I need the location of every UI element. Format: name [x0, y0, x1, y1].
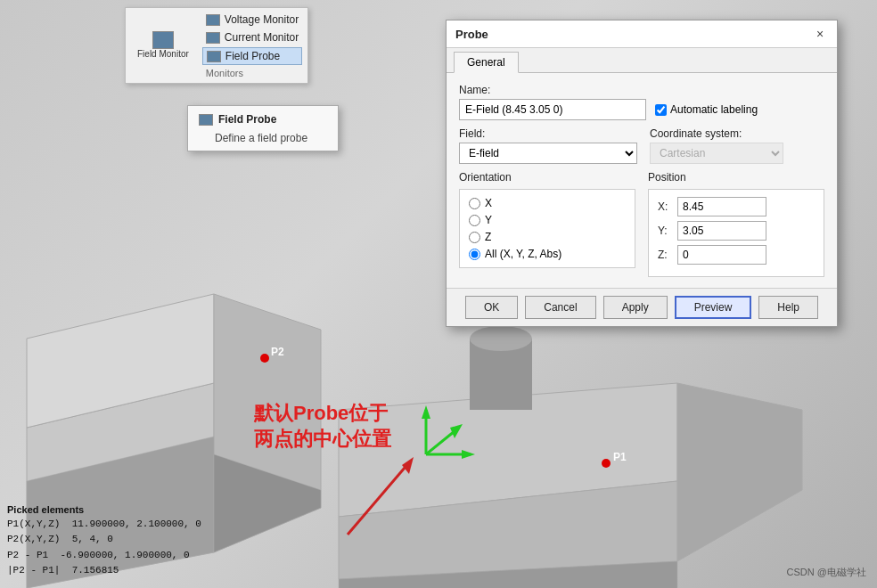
annotation-line1: 默认Probe位于 [254, 401, 391, 427]
field-label: Field: [459, 127, 637, 140]
radio-y-row[interactable]: Y [469, 214, 626, 226]
monitor-menu-items: Voltage Monitor Current Monitor Field Pr… [199, 12, 302, 79]
position-label: Position [648, 171, 824, 184]
pos-y-input[interactable] [677, 221, 766, 241]
picked-row-dist: |P2 - P1| 7.156815 [7, 563, 201, 579]
field-coord-row: Field: E-field Coordinate system: Cartes… [459, 127, 824, 164]
field-group: Field: E-field [459, 127, 637, 164]
name-label: Name: [459, 84, 824, 96]
auto-label-checkbox[interactable] [655, 104, 667, 116]
picked-p2-value: 5, 4, 0 [72, 534, 113, 544]
cancel-button[interactable]: Cancel [525, 296, 595, 319]
pos-z-row: Z: [658, 245, 815, 265]
orientation-position-row: Orientation X Y Z [459, 171, 824, 277]
orientation-col: Orientation X Y Z [459, 171, 635, 277]
field-probe-item[interactable]: Field Probe [202, 47, 302, 65]
coord-group: Coordinate system: Cartesian [650, 127, 783, 164]
pos-y-label: Y: [658, 225, 672, 237]
svg-point-14 [260, 354, 269, 363]
monitors-label: Monitors [202, 67, 302, 79]
svg-text:P1: P1 [613, 451, 627, 463]
dialog-close-button[interactable]: × [812, 26, 828, 42]
voltage-monitor-item[interactable]: Voltage Monitor [202, 12, 302, 28]
dropdown-define-label: Define a field probe [215, 132, 307, 144]
radio-x[interactable] [469, 198, 480, 209]
pos-y-row: Y: [658, 221, 815, 241]
radio-all-label: All (X, Y, Z, Abs) [485, 248, 561, 260]
voltage-monitor-label: Voltage Monitor [225, 13, 299, 26]
name-field-group: Name: Automatic labeling [459, 84, 824, 120]
picked-p1-label: P1(X,Y,Z) [7, 519, 60, 529]
radio-y[interactable] [469, 215, 480, 226]
dropdown-field-probe-label: Field Probe [218, 113, 276, 126]
pos-z-label: Z: [658, 249, 672, 261]
apply-button[interactable]: Apply [603, 296, 668, 319]
help-button[interactable]: Help [758, 296, 818, 319]
field-probe-label: Field Probe [225, 50, 280, 62]
auto-label-text: Automatic labeling [670, 103, 758, 116]
dialog-title: Probe [455, 28, 488, 41]
svg-point-16 [602, 459, 611, 468]
pos-x-input[interactable] [677, 197, 766, 216]
dialog-tabs: General [447, 48, 837, 73]
pos-x-label: X: [658, 200, 672, 213]
radio-x-label: X [485, 197, 492, 209]
radio-y-label: Y [485, 214, 492, 226]
picked-elements-table: P1(X,Y,Z) 11.900000, 2.100000, 0 P2(X,Y,… [7, 517, 201, 579]
field-monitor-button[interactable]: Field Monitor [131, 27, 195, 64]
picked-row-p1: P1(X,Y,Z) 11.900000, 2.100000, 0 [7, 517, 201, 533]
position-group: X: Y: Z: [648, 189, 824, 277]
pos-z-input[interactable] [677, 245, 766, 265]
svg-marker-10 [677, 383, 802, 561]
radio-z-row[interactable]: Z [469, 231, 626, 243]
picked-dist-value: 7.156815 [72, 565, 119, 576]
orientation-label: Orientation [459, 171, 635, 184]
radio-all[interactable] [469, 249, 480, 260]
annotation: 默认Probe位于 两点的中心位置 [254, 401, 391, 452]
dropdown-field-probe-icon [199, 114, 213, 126]
radio-all-row[interactable]: All (X, Y, Z, Abs) [469, 248, 626, 260]
current-monitor-label: Current Monitor [225, 31, 299, 44]
field-probe-dropdown: Field Probe Define a field probe [187, 105, 339, 151]
picked-elements-panel: Picked elements P1(X,Y,Z) 11.900000, 2.1… [7, 504, 201, 579]
dialog-titlebar: Probe × [447, 20, 837, 48]
field-monitor-label: Field Monitor [137, 49, 189, 60]
field-select[interactable]: E-field [459, 143, 637, 164]
picked-p1-value: 11.900000, 2.100000, 0 [72, 519, 201, 529]
monitor-icon [152, 31, 174, 49]
name-row: Automatic labeling [459, 99, 824, 120]
picked-row-diff: P2 - P1 -6.900000, 1.900000, 0 [7, 548, 201, 564]
svg-point-13 [470, 326, 532, 351]
field-probe-icon [207, 51, 221, 62]
current-monitor-item[interactable]: Current Monitor [202, 29, 302, 45]
dropdown-define-field-probe[interactable]: Define a field probe [188, 129, 338, 147]
voltage-monitor-icon [206, 14, 220, 26]
tab-general[interactable]: General [454, 52, 519, 73]
dialog-footer: OK Cancel Apply Preview Help [447, 288, 837, 326]
picked-dist-label: |P2 - P1| [7, 565, 60, 576]
toolbar-row-icons: Field Monitor Voltage Monitor Current Mo… [131, 12, 302, 79]
coord-label: Coordinate system: [650, 127, 783, 140]
dialog-body: Name: Automatic labeling Field: E-field … [447, 73, 837, 288]
picked-row-p2: P2(X,Y,Z) 5, 4, 0 [7, 532, 201, 548]
svg-text:P2: P2 [271, 346, 284, 358]
pos-x-row: X: [658, 197, 815, 216]
picked-p2-label: P2(X,Y,Z) [7, 534, 60, 544]
current-monitor-icon [206, 32, 220, 44]
picked-diff-value: -6.900000, 1.900000, 0 [60, 550, 189, 560]
coord-select: Cartesian [650, 143, 783, 164]
picked-diff-label: P2 - P1 [7, 550, 48, 560]
watermark: CSDN @电磁学社 [787, 566, 866, 579]
preview-button[interactable]: Preview [675, 296, 752, 319]
toolbar: Field Monitor Voltage Monitor Current Mo… [125, 7, 308, 84]
annotation-line2: 两点的中心位置 [254, 427, 391, 453]
ok-button[interactable]: OK [465, 296, 518, 319]
auto-label-row: Automatic labeling [655, 103, 758, 116]
dropdown-field-probe[interactable]: Field Probe [188, 110, 338, 129]
name-input[interactable] [459, 99, 646, 120]
radio-z[interactable] [469, 232, 480, 243]
radio-x-row[interactable]: X [469, 197, 626, 209]
position-col: Position X: Y: Z: [648, 171, 824, 277]
picked-elements-title: Picked elements [7, 504, 201, 515]
radio-group: X Y Z All (X, Y, Z, Abs) [459, 189, 635, 268]
